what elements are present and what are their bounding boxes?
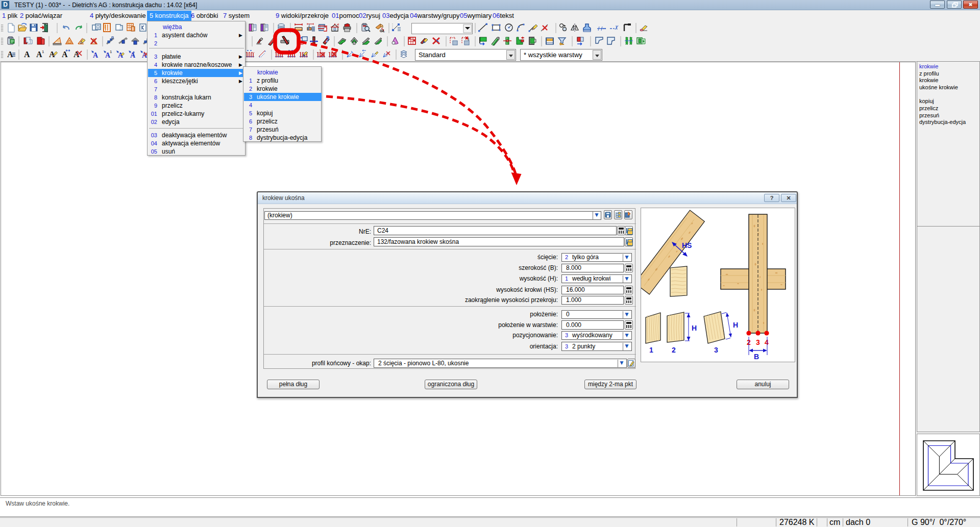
svg-text:4: 4 [765, 338, 769, 346]
svg-text:3: 3 [714, 346, 718, 354]
svg-text:2: 2 [672, 346, 676, 354]
svg-text:B: B [754, 353, 759, 361]
svg-text:HS: HS [682, 241, 692, 249]
svg-text:H: H [692, 324, 697, 332]
svg-text:1: 1 [649, 346, 653, 354]
svg-text:3: 3 [756, 338, 760, 346]
svg-text:H: H [733, 321, 738, 329]
